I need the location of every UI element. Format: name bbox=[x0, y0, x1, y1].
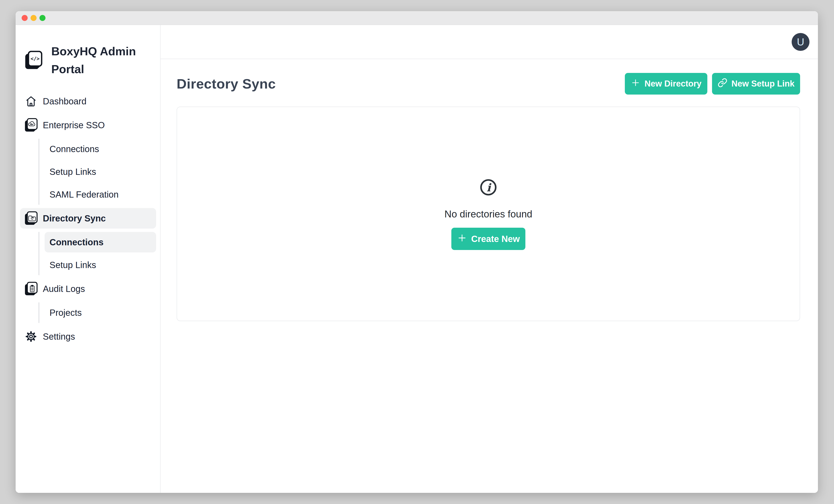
close-window-button[interactable] bbox=[22, 15, 28, 21]
desktop-background: </> BoxyHQ Admin Portal bbox=[0, 0, 834, 504]
user-avatar[interactable]: U bbox=[792, 33, 810, 51]
sidebar-nav: Dashboard bbox=[20, 91, 156, 347]
sidebar-item-dsync-connections[interactable]: Connections bbox=[45, 232, 156, 253]
brand[interactable]: </> BoxyHQ Admin Portal bbox=[24, 42, 156, 78]
home-icon bbox=[24, 95, 38, 108]
empty-state-card: i No directories found Create New bbox=[177, 107, 800, 321]
svg-text:i: i bbox=[487, 181, 492, 194]
page-header: Directory Sync New Directory bbox=[177, 73, 800, 94]
enterprise-sso-submenu: Connections Setup Links SAML Federation bbox=[38, 139, 156, 205]
directory-sync-folder-keycap-icon bbox=[24, 211, 38, 225]
sidebar-item-audit-logs[interactable]: Audit Logs bbox=[20, 279, 156, 299]
link-icon bbox=[718, 78, 727, 90]
sidebar-item-settings[interactable]: Settings bbox=[20, 326, 156, 347]
sidebar-item-directory-sync[interactable]: Directory Sync bbox=[20, 208, 156, 228]
page-content: Directory Sync New Directory bbox=[160, 59, 818, 321]
sidebar-item-label: Enterprise SSO bbox=[43, 120, 105, 130]
gear-icon bbox=[24, 330, 38, 343]
sidebar-item-label: Settings bbox=[43, 332, 75, 342]
directory-sync-submenu: Connections Setup Links bbox=[38, 232, 156, 275]
sidebar-subitem-label: Connections bbox=[49, 237, 104, 247]
brand-title: BoxyHQ Admin Portal bbox=[51, 42, 143, 78]
create-new-label: Create New bbox=[471, 234, 520, 244]
sidebar-item-saml-federation[interactable]: SAML Federation bbox=[45, 184, 156, 205]
sidebar-subitem-label: Projects bbox=[49, 308, 82, 318]
sidebar-subitem-label: Setup Links bbox=[49, 260, 96, 270]
boxyhq-logo-icon: </> bbox=[24, 50, 43, 70]
app-body: </> BoxyHQ Admin Portal bbox=[16, 25, 818, 493]
sidebar-item-label: Dashboard bbox=[43, 96, 87, 106]
sidebar-item-label: Directory Sync bbox=[43, 214, 106, 223]
page-actions: New Directory New Setup Link bbox=[625, 73, 800, 94]
new-directory-label: New Directory bbox=[644, 79, 702, 89]
sidebar-item-sso-setup-links[interactable]: Setup Links bbox=[45, 161, 156, 182]
sidebar: </> BoxyHQ Admin Portal bbox=[16, 25, 160, 493]
sidebar-item-dashboard[interactable]: Dashboard bbox=[20, 91, 156, 111]
new-setup-link-label: New Setup Link bbox=[731, 79, 794, 89]
zoom-window-button[interactable] bbox=[40, 15, 45, 21]
sidebar-subitem-label: Setup Links bbox=[49, 167, 96, 177]
sidebar-item-label: Audit Logs bbox=[43, 284, 85, 294]
new-directory-button[interactable]: New Directory bbox=[625, 73, 707, 94]
new-setup-link-button[interactable]: New Setup Link bbox=[712, 73, 800, 94]
sidebar-subitem-label: SAML Federation bbox=[49, 190, 118, 200]
sidebar-subitem-label: Connections bbox=[49, 144, 99, 154]
topbar: U bbox=[160, 25, 818, 59]
page-title: Directory Sync bbox=[177, 76, 276, 92]
app-window: </> BoxyHQ Admin Portal bbox=[16, 11, 818, 493]
empty-state-message: No directories found bbox=[444, 209, 532, 220]
avatar-letter: U bbox=[797, 36, 804, 48]
sso-cloud-key-keycap-icon bbox=[24, 118, 38, 132]
plus-icon bbox=[631, 78, 640, 90]
plus-icon bbox=[457, 233, 467, 245]
sidebar-item-audit-projects[interactable]: Projects bbox=[45, 302, 156, 323]
info-icon: i bbox=[479, 178, 498, 197]
minimize-window-button[interactable] bbox=[30, 15, 37, 21]
sidebar-item-dsync-setup-links[interactable]: Setup Links bbox=[45, 255, 156, 275]
svg-text:</>: </> bbox=[30, 56, 40, 62]
sidebar-item-sso-connections[interactable]: Connections bbox=[45, 139, 156, 159]
window-titlebar bbox=[16, 11, 818, 25]
audit-logs-clipboard-keycap-icon bbox=[24, 282, 38, 296]
audit-logs-submenu: Projects bbox=[38, 302, 156, 323]
sidebar-item-enterprise-sso[interactable]: Enterprise SSO bbox=[20, 115, 156, 135]
create-new-button[interactable]: Create New bbox=[451, 228, 525, 250]
main-area: U Directory Sync bbox=[160, 25, 818, 493]
